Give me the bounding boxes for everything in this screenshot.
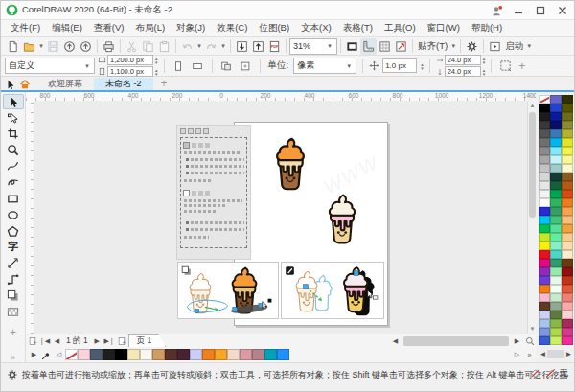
palette-swatch[interactable] — [550, 129, 562, 138]
palette-swatch[interactable] — [539, 233, 550, 242]
document-palette-left-arrow[interactable]: ◁ — [53, 349, 65, 360]
palette-swatch[interactable] — [539, 328, 550, 336]
fill-none-icon[interactable] — [529, 367, 541, 380]
all-pages-size-button[interactable] — [238, 58, 254, 74]
undo-button-dropdown[interactable]: ▾ — [196, 42, 203, 50]
document-palette-swatch[interactable] — [277, 349, 289, 360]
palette-swatch[interactable] — [539, 181, 550, 190]
document-tab-1[interactable]: 未命名 -2 — [94, 78, 153, 90]
palette-swatch[interactable] — [562, 267, 573, 276]
upload-cloud-button[interactable] — [61, 38, 78, 55]
document-palette-right-arrow[interactable]: ▷ — [511, 349, 523, 360]
redo-button-dropdown[interactable]: ▾ — [219, 42, 227, 50]
menu-item-7[interactable]: 文本(X) — [295, 20, 337, 36]
minimize-button[interactable] — [509, 3, 528, 18]
palette-page-right-arrow[interactable]: ► — [564, 350, 573, 358]
landscape-button[interactable] — [190, 58, 206, 74]
snap-to-dropdown[interactable]: 贴齐(T) — [418, 40, 448, 53]
palette-swatch[interactable] — [550, 190, 562, 198]
horizontal-scroll-thumb[interactable] — [403, 336, 509, 346]
palette-swatch[interactable] — [562, 155, 573, 164]
dimension-tool[interactable] — [3, 256, 24, 271]
palette-swatch[interactable] — [550, 173, 562, 181]
document-palette-swatch[interactable] — [165, 349, 177, 360]
page-height-spinner[interactable]: ▴▾ — [155, 68, 158, 76]
download-cloud-button[interactable] — [78, 38, 94, 55]
toolbox-overflow-chevron[interactable]: » — [11, 353, 15, 362]
palette-swatch[interactable] — [550, 267, 562, 276]
hscroll-right-arrow[interactable]: ▶ — [511, 335, 523, 347]
palette-swatch[interactable] — [562, 276, 573, 285]
page-1-tab[interactable]: 页 1 — [128, 334, 167, 347]
zoom-fit-icon[interactable] — [523, 335, 536, 347]
undo-button[interactable] — [179, 38, 196, 55]
menu-item-11[interactable]: 帮助(H) — [466, 20, 508, 36]
palette-swatch[interactable] — [539, 276, 550, 285]
document-palette-swatch[interactable] — [90, 349, 103, 360]
outline-none-icon[interactable] — [544, 367, 557, 380]
palette-swatch[interactable] — [550, 242, 562, 250]
palette-swatch[interactable] — [539, 112, 550, 121]
palette-swatch[interactable] — [562, 328, 573, 336]
show-rulers-button[interactable] — [360, 38, 377, 55]
document-palette-swatch[interactable] — [127, 349, 140, 360]
account-icon[interactable] — [487, 3, 506, 18]
palette-swatch[interactable] — [539, 121, 550, 129]
palette-swatch[interactable] — [550, 181, 562, 190]
page-preset-select[interactable]: 自定义▾ — [5, 58, 95, 74]
rectangle-tool[interactable] — [3, 191, 24, 206]
document-palette-swatch[interactable] — [177, 349, 190, 360]
crop-tool[interactable] — [3, 127, 24, 142]
vertical-scrollbar[interactable]: ▲ ▼ — [527, 101, 536, 334]
shape-tool[interactable] — [3, 110, 24, 126]
document-palette-swatch[interactable] — [240, 349, 252, 360]
units-select[interactable]: 像素▾ — [293, 58, 356, 74]
palette-swatch[interactable] — [550, 224, 562, 233]
last-page-button[interactable]: ▶❘ — [104, 335, 116, 347]
palette-page-left-arrow[interactable]: ◄ — [539, 350, 547, 358]
palette-swatch[interactable] — [539, 173, 550, 181]
current-page-size-button[interactable] — [218, 58, 235, 74]
document-tab-0[interactable]: 欢迎屏幕 — [36, 78, 94, 90]
palette-swatch[interactable] — [562, 129, 573, 138]
palette-swatch[interactable] — [539, 216, 550, 224]
palette-swatch[interactable] — [550, 259, 562, 267]
document-palette-swatch[interactable] — [252, 349, 264, 360]
connector-tool[interactable] — [3, 271, 24, 287]
cupcake-pink-cream[interactable] — [323, 194, 361, 244]
palette-swatch[interactable] — [539, 155, 550, 164]
palette-swatch[interactable] — [550, 233, 562, 242]
add-tools-button[interactable]: + — [10, 326, 16, 339]
menu-item-6[interactable]: 位图(B) — [253, 20, 295, 36]
status-gear-icon[interactable] — [7, 369, 18, 380]
document-palette-more-arrow[interactable]: » — [523, 349, 536, 360]
palette-swatch[interactable] — [550, 138, 562, 147]
palette-swatch[interactable] — [562, 138, 573, 147]
portrait-button[interactable] — [171, 58, 187, 74]
menu-item-4[interactable]: 对象(J) — [171, 20, 211, 36]
palette-swatch[interactable] — [550, 121, 562, 129]
text-tool[interactable]: 字 — [3, 240, 24, 255]
hscroll-left-arrow[interactable]: ◀ — [389, 335, 402, 347]
palette-swatch[interactable] — [562, 95, 573, 104]
save-button[interactable] — [45, 38, 61, 55]
palette-no-fill-swatch[interactable] — [539, 95, 550, 104]
palette-swatch[interactable] — [539, 319, 550, 328]
show-grid-button[interactable] — [377, 38, 393, 55]
palette-swatch[interactable] — [550, 336, 562, 345]
palette-swatch[interactable] — [550, 293, 562, 302]
palette-swatch[interactable] — [539, 164, 550, 173]
document-palette-swatch[interactable] — [152, 349, 165, 360]
duplicate-x-spinner[interactable]: ▴▾ — [483, 57, 486, 64]
document-palette-swatch[interactable] — [264, 349, 277, 360]
palette-swatch[interactable] — [550, 198, 562, 207]
palette-swatch[interactable] — [550, 147, 562, 155]
palette-swatch[interactable] — [539, 207, 550, 216]
paste-button[interactable] — [156, 38, 172, 55]
palette-swatch[interactable] — [562, 190, 573, 198]
duplicate-x-field[interactable]: 24.0 px — [445, 55, 481, 65]
menu-item-5[interactable]: 效果(C) — [211, 20, 253, 36]
palette-swatch[interactable] — [550, 216, 562, 224]
treat-as-filled-button[interactable] — [497, 58, 514, 74]
polygon-tool[interactable] — [3, 223, 24, 239]
